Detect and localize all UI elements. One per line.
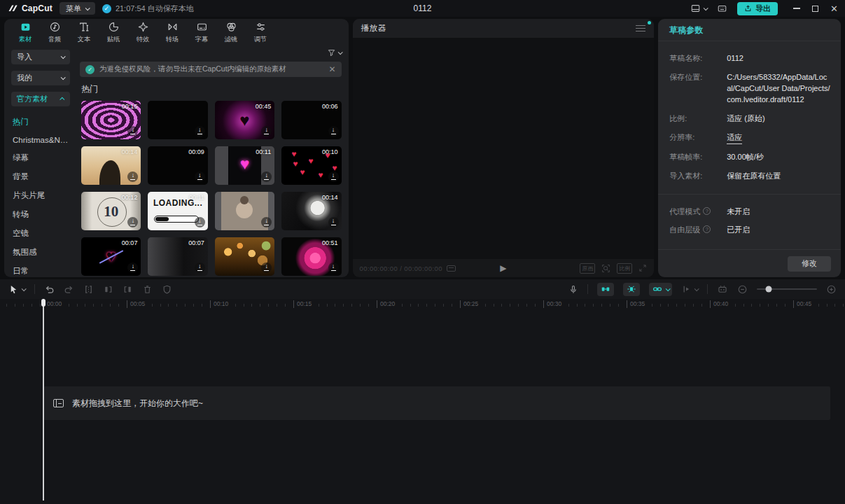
media-tile[interactable] — [148, 101, 207, 139]
preview-zoom-icon[interactable] — [601, 264, 610, 273]
timeline-ruler[interactable]: 00:0000:0500:1000:1500:2000:2500:3000:35… — [0, 299, 845, 310]
download-icon[interactable] — [261, 126, 272, 136]
export-button[interactable]: 导出 — [737, 2, 778, 15]
download-icon[interactable] — [261, 172, 272, 182]
media-tile[interactable]: 00:14 — [281, 192, 341, 230]
main-track-drop-zone[interactable]: 素材拖拽到这里，开始你的大作吧~ — [43, 386, 830, 420]
sidebar-category[interactable]: 绿幕 — [11, 148, 73, 167]
trim-left-button[interactable] — [103, 284, 113, 295]
download-icon[interactable] — [261, 217, 272, 227]
filter-icon[interactable] — [327, 48, 336, 57]
tab-transition[interactable]: 转场 — [158, 21, 186, 44]
mine-dropdown[interactable]: 我的 — [11, 71, 70, 85]
import-dropdown[interactable]: 导入 — [11, 50, 70, 64]
zoom-slider-thumb[interactable] — [766, 286, 772, 293]
chevron-down-icon[interactable] — [337, 50, 342, 55]
tab-media[interactable]: 素材 — [11, 21, 39, 44]
select-tool-button[interactable] — [8, 284, 25, 295]
media-tile[interactable]: 00:07 — [148, 237, 207, 276]
download-icon[interactable] — [328, 217, 339, 227]
media-tile[interactable] — [215, 237, 274, 276]
notice-close-icon[interactable]: ✕ — [329, 64, 336, 74]
help-icon[interactable] — [703, 225, 711, 233]
official-assets-dropdown[interactable]: 官方素材 — [11, 92, 70, 106]
zoom-out-button[interactable] — [737, 284, 748, 295]
download-icon[interactable] — [195, 217, 205, 227]
download-icon[interactable] — [328, 172, 339, 182]
trim-right-button[interactable] — [123, 284, 133, 295]
timeline-zoom-slider[interactable] — [757, 288, 817, 290]
tab-audio[interactable]: 音频 — [41, 21, 69, 44]
download-icon[interactable] — [127, 262, 138, 273]
sidebar-category[interactable]: 片头片尾 — [11, 186, 73, 205]
tab-label: 调节 — [254, 35, 267, 44]
media-tile[interactable]: 00:11 — [215, 146, 274, 185]
media-tile[interactable]: 00:15 — [81, 101, 141, 139]
media-tile[interactable]: LOADING...00:11 — [148, 192, 207, 230]
sidebar-category[interactable]: 氛围感 — [11, 243, 73, 262]
download-icon[interactable] — [195, 172, 205, 182]
delete-button[interactable] — [142, 284, 153, 295]
sidebar-category[interactable]: Christmas&New ... — [11, 132, 73, 148]
download-icon[interactable] — [195, 262, 205, 273]
media-tile[interactable]: 00:10 — [281, 146, 341, 185]
modify-button[interactable]: 修改 — [788, 256, 831, 272]
fit-timeline-button[interactable] — [717, 284, 728, 295]
media-tile[interactable]: 00:45 — [215, 101, 274, 139]
tab-filters[interactable]: 滤镜 — [217, 21, 245, 44]
download-icon[interactable] — [328, 126, 339, 136]
auto-snap-button[interactable] — [623, 283, 640, 296]
maximize-button[interactable] — [812, 6, 818, 12]
fullscreen-icon[interactable] — [638, 264, 647, 272]
media-tile[interactable]: 00:51 — [281, 237, 341, 276]
sidebar-category[interactable]: 热门 — [11, 113, 73, 132]
media-tile[interactable]: 00:09 — [148, 146, 207, 185]
preview-axis-button[interactable] — [681, 284, 698, 294]
linkage-button[interactable] — [649, 283, 672, 296]
player-viewport[interactable] — [353, 38, 655, 259]
media-tile[interactable]: 00:14 — [81, 146, 141, 185]
zoom-in-button[interactable] — [826, 284, 837, 295]
quality-button[interactable]: 原画 — [580, 263, 595, 274]
download-icon[interactable] — [127, 172, 138, 182]
shield-icon[interactable] — [162, 284, 172, 295]
library-sidebar: 导入 我的 官方素材 热门Christmas&New ...绿幕背景片头片尾转场… — [4, 44, 74, 277]
record-voiceover-button[interactable] — [568, 284, 578, 295]
download-icon[interactable] — [127, 126, 138, 136]
close-button[interactable]: ✕ — [830, 4, 838, 13]
tab-captions[interactable]: 字幕 — [188, 21, 216, 44]
menu-button[interactable]: 菜单 — [60, 2, 95, 15]
tab-adjust[interactable]: 调节 — [246, 21, 274, 44]
tab-effects[interactable]: 特效 — [129, 21, 157, 44]
ruler-label: 00:20 — [377, 300, 398, 308]
timeline-tracks[interactable]: 素材拖拽到这里，开始你的大作吧~ — [0, 310, 845, 504]
media-tile[interactable]: 1000:12 — [81, 192, 141, 230]
draft-row-value[interactable]: 适应 — [727, 132, 742, 144]
shortcuts-button[interactable] — [717, 4, 727, 13]
download-icon[interactable] — [127, 217, 138, 227]
help-icon[interactable] — [703, 207, 711, 215]
timecode-settings-icon[interactable] — [447, 265, 456, 272]
ratio-button[interactable]: 比例 — [617, 263, 632, 274]
download-icon[interactable] — [261, 262, 272, 273]
split-button[interactable] — [83, 284, 94, 295]
redo-button[interactable] — [64, 284, 74, 295]
play-button[interactable]: ▶ — [500, 263, 506, 273]
undo-button[interactable] — [44, 284, 55, 295]
sidebar-category[interactable]: 日常 — [11, 262, 73, 277]
playhead[interactable] — [43, 299, 44, 500]
sidebar-category[interactable]: 空镜 — [11, 224, 73, 243]
tab-sticker[interactable]: 贴纸 — [99, 21, 127, 44]
download-icon[interactable] — [328, 262, 339, 273]
main-track-magnet-button[interactable] — [597, 283, 614, 296]
player-menu-icon[interactable] — [636, 25, 645, 31]
media-tile[interactable] — [215, 192, 274, 230]
minimize-button[interactable] — [793, 8, 800, 8]
sidebar-category[interactable]: 转场 — [11, 205, 73, 224]
tab-text[interactable]: 文本 — [70, 21, 98, 44]
sidebar-category[interactable]: 背景 — [11, 167, 73, 186]
layout-toggle-button[interactable] — [690, 4, 707, 13]
media-tile[interactable]: 00:07 — [81, 237, 141, 276]
download-icon[interactable] — [195, 126, 205, 136]
media-tile[interactable]: 00:06 — [281, 101, 341, 139]
